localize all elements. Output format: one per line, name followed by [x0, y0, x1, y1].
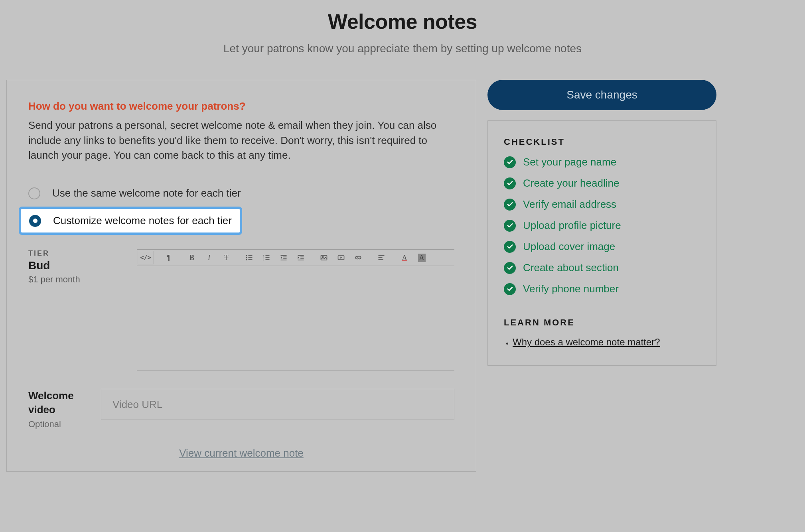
radio-icon-selected — [29, 215, 41, 227]
unordered-list-icon[interactable] — [241, 251, 257, 264]
ordered-list-icon[interactable]: 123 — [258, 251, 274, 264]
link-icon[interactable] — [350, 251, 366, 264]
align-icon[interactable] — [373, 251, 389, 264]
check-icon — [504, 156, 516, 168]
editor-row: TIER Bud $1 per month </> ¶ B I T — [28, 249, 454, 370]
video-icon[interactable] — [333, 251, 349, 264]
side-column: Save changes CHECKLIST Set your page nam… — [487, 80, 716, 366]
tier-price: $1 per month — [28, 274, 128, 285]
learn-more-block: LEARN MORE Why does a welcome note matte… — [504, 317, 700, 348]
svg-point-2 — [247, 257, 247, 258]
svg-point-0 — [247, 255, 247, 256]
radio-option-custom[interactable]: Customize welcome notes for each tier — [19, 207, 242, 235]
checklist-item[interactable]: Verify email address — [504, 198, 700, 211]
main-panel: How do you want to welcome your patrons?… — [6, 80, 476, 472]
checklist-item-label: Create about section — [523, 262, 619, 274]
editor-block: </> ¶ B I T 123 — [137, 249, 454, 370]
page-subtitle: Let your patrons know you appreciate the… — [0, 42, 805, 55]
checklist-item[interactable]: Create your headline — [504, 177, 700, 189]
indent-decrease-icon[interactable] — [276, 251, 292, 264]
save-changes-button[interactable]: Save changes — [487, 80, 716, 110]
text-highlight-icon[interactable]: A — [414, 251, 430, 264]
svg-text:3: 3 — [263, 258, 264, 261]
checklist-heading: CHECKLIST — [504, 137, 700, 147]
welcome-video-label-block: Welcome video Optional — [28, 389, 92, 430]
welcome-video-url-input[interactable] — [101, 389, 454, 420]
italic-icon[interactable]: I — [201, 251, 217, 264]
svg-marker-21 — [298, 256, 299, 259]
prompt-body: Send your patrons a personal, secret wel… — [28, 118, 439, 163]
indent-increase-icon[interactable] — [293, 251, 309, 264]
page-header: Welcome notes Let your patrons know you … — [0, 0, 805, 55]
editor-textarea[interactable] — [137, 266, 454, 370]
tier-name: Bud — [28, 259, 128, 272]
check-icon — [504, 220, 516, 232]
view-current-link-row: View current welcome note — [28, 447, 454, 459]
radio-label: Use the same welcome note for each tier — [52, 187, 241, 199]
paragraph-icon[interactable]: ¶ — [161, 251, 177, 264]
radio-group: Use the same welcome note for each tier … — [28, 183, 454, 235]
welcome-video-optional: Optional — [28, 419, 92, 430]
tier-label: TIER — [28, 249, 128, 258]
svg-point-4 — [247, 259, 247, 260]
prompt-heading: How do you want to welcome your patrons? — [28, 100, 454, 112]
checklist-item[interactable]: Create about section — [504, 262, 700, 274]
radio-option-same[interactable]: Use the same welcome note for each tier — [28, 183, 454, 203]
learn-more-list: Why does a welcome note matter? — [504, 337, 700, 348]
welcome-video-label: Welcome video — [28, 389, 92, 417]
learn-more-item: Why does a welcome note matter? — [513, 337, 700, 348]
checklist-item[interactable]: Upload cover image — [504, 240, 700, 253]
code-view-icon[interactable]: </> — [138, 251, 154, 264]
bold-icon[interactable]: B — [184, 251, 200, 264]
check-icon — [504, 241, 516, 253]
learn-more-link[interactable]: Why does a welcome note matter? — [513, 337, 660, 347]
checklist-item[interactable]: Set your page name — [504, 156, 700, 168]
learn-more-heading: LEARN MORE — [504, 317, 700, 328]
checklist-item[interactable]: Upload profile picture — [504, 219, 700, 232]
checklist-item-label: Set your page name — [523, 156, 616, 168]
content-row: How do you want to welcome your patrons?… — [0, 55, 805, 472]
save-button-label: Save changes — [566, 89, 637, 101]
page-title: Welcome notes — [0, 10, 805, 33]
strikethrough-icon[interactable]: T — [218, 251, 234, 264]
svg-marker-16 — [281, 256, 282, 259]
checklist-item-label: Verify email address — [523, 198, 616, 211]
checklist-item-label: Upload cover image — [523, 240, 615, 253]
checklist-item-label: Verify phone number — [523, 283, 619, 295]
view-current-welcome-note-link[interactable]: View current welcome note — [179, 447, 304, 459]
check-icon — [504, 283, 516, 295]
radio-label: Customize welcome notes for each tier — [53, 215, 232, 227]
svg-marker-25 — [340, 257, 342, 259]
checklist-item[interactable]: Verify phone number — [504, 283, 700, 295]
welcome-video-label-line2: video — [28, 404, 55, 416]
image-icon[interactable] — [316, 251, 332, 264]
check-icon — [504, 199, 516, 211]
checklist-item-label: Create your headline — [523, 177, 619, 189]
side-panel: CHECKLIST Set your page name Create your… — [487, 120, 716, 366]
tier-block: TIER Bud $1 per month — [28, 249, 128, 285]
radio-icon — [28, 187, 40, 199]
text-color-icon[interactable]: A — [397, 251, 412, 264]
editor-toolbar: </> ¶ B I T 123 — [137, 249, 454, 266]
check-icon — [504, 262, 516, 274]
welcome-video-row: Welcome video Optional — [28, 389, 454, 430]
welcome-video-label-line1: Welcome — [28, 390, 74, 402]
check-icon — [504, 177, 516, 189]
checklist: Set your page name Create your headline … — [504, 156, 700, 295]
checklist-item-label: Upload profile picture — [523, 219, 621, 232]
